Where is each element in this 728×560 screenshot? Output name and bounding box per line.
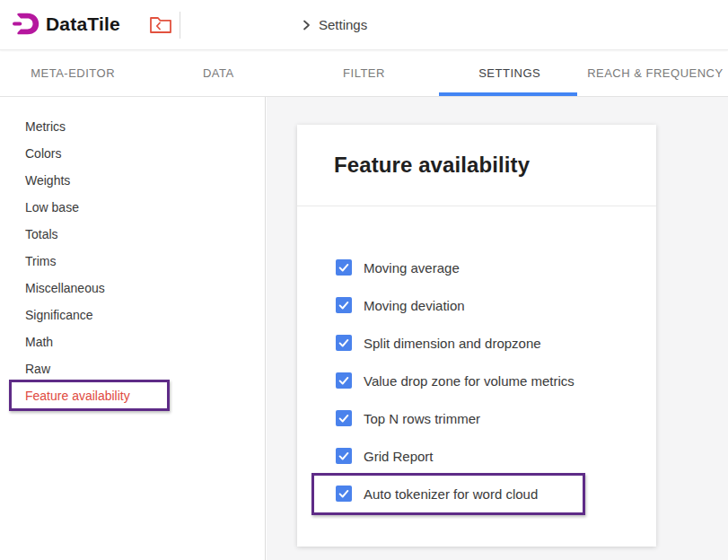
- sidebar-item-label: Low base: [25, 200, 79, 214]
- checkbox-row-top-n-rows: Top N rows trimmer: [297, 399, 656, 437]
- tab-label: FILTER: [343, 66, 385, 80]
- checkbox-label[interactable]: Moving average: [364, 260, 460, 276]
- card-header: Feature availability: [297, 125, 656, 206]
- tab-label: DATA: [203, 66, 234, 80]
- datatile-logo-icon: [13, 12, 39, 36]
- breadcrumb-label: Settings: [319, 17, 367, 32]
- checkbox-checked-icon[interactable]: [336, 410, 352, 426]
- sidebar-item-label: Significance: [25, 308, 93, 322]
- breadcrumb[interactable]: Settings: [303, 0, 367, 49]
- tab-settings[interactable]: SETTINGS: [437, 50, 583, 96]
- sidebar-item-label: Raw: [25, 362, 50, 376]
- checkbox-label[interactable]: Top N rows trimmer: [364, 411, 480, 426]
- checkbox-checked-icon[interactable]: [336, 259, 352, 276]
- checkbox-row-value-drop-zone: Value drop zone for volume metrics: [297, 362, 656, 399]
- feature-availability-card: Feature availability Moving average Movi: [297, 125, 656, 547]
- sidebar-item-metrics[interactable]: Metrics: [0, 113, 265, 140]
- sidebar-item-label: Math: [25, 335, 53, 349]
- sidebar-item-label: Metrics: [25, 119, 66, 134]
- tab-reach-frequency[interactable]: REACH & FREQUENCY: [583, 50, 728, 96]
- checkbox-label[interactable]: Auto tokenizer for word cloud: [364, 486, 538, 502]
- sidebar-item-raw[interactable]: Raw: [0, 355, 265, 382]
- sidebar-item-low-base[interactable]: Low base: [0, 194, 265, 221]
- sidebar-item-math[interactable]: Math: [0, 328, 265, 355]
- sidebar-item-totals[interactable]: Totals: [0, 221, 265, 248]
- datatile-logo[interactable]: DataTile: [13, 12, 120, 36]
- app-window: DataTile Settings META-EDITOR DATA: [0, 0, 728, 560]
- sidebar-item-label: Feature availability: [25, 389, 130, 403]
- card-title: Feature availability: [334, 153, 530, 177]
- sidebar-item-trims[interactable]: Trims: [0, 248, 265, 275]
- settings-sidebar: Metrics Colors Weights Low base Totals T…: [0, 97, 266, 560]
- checkbox-checked-icon[interactable]: [336, 335, 352, 351]
- checkbox-label[interactable]: Split dimension and dropzone: [364, 336, 541, 351]
- checkbox-label[interactable]: Moving deviation: [364, 298, 465, 313]
- chevron-right-icon: [303, 20, 311, 31]
- sidebar-item-significance[interactable]: Significance: [0, 302, 265, 328]
- sidebar-item-label: Trims: [25, 254, 56, 268]
- tab-filter[interactable]: FILTER: [291, 50, 436, 96]
- header-divider: [180, 12, 180, 39]
- sidebar-item-miscellaneous[interactable]: Miscellaneous: [0, 275, 265, 302]
- tab-bar: META-EDITOR DATA FILTER SETTINGS REACH &…: [0, 50, 728, 97]
- main-panel: Feature availability Moving average Movi: [267, 97, 728, 560]
- tab-label: SETTINGS: [478, 66, 540, 80]
- content-area: Metrics Colors Weights Low base Totals T…: [0, 97, 728, 560]
- checkbox-checked-icon[interactable]: [336, 486, 352, 502]
- sidebar-item-colors[interactable]: Colors: [0, 140, 265, 167]
- collapse-folder-icon[interactable]: [149, 14, 172, 36]
- tab-label: META-EDITOR: [31, 66, 115, 80]
- active-tab-underline: [439, 92, 577, 96]
- sidebar-item-label: Weights: [25, 173, 70, 188]
- checkbox-row-grid-report: Grid Report: [297, 437, 656, 475]
- tab-data[interactable]: DATA: [145, 50, 291, 96]
- checkbox-checked-icon[interactable]: [336, 372, 352, 389]
- checkbox-row-moving-average: Moving average: [297, 249, 656, 286]
- tab-label: REACH & FREQUENCY: [587, 66, 724, 80]
- top-header: DataTile Settings: [0, 0, 728, 50]
- datatile-logo-text: DataTile: [46, 13, 120, 35]
- sidebar-item-label: Colors: [25, 146, 61, 161]
- sidebar-item-feature-availability[interactable]: Feature availability: [0, 382, 265, 409]
- sidebar-item-weights[interactable]: Weights: [0, 167, 265, 194]
- checkbox-row-moving-deviation: Moving deviation: [297, 286, 656, 324]
- feature-checkbox-list: Moving average Moving deviation Split di…: [297, 206, 656, 512]
- checkbox-checked-icon[interactable]: [336, 297, 352, 313]
- checkbox-checked-icon[interactable]: [336, 448, 352, 464]
- checkbox-row-split-dimension: Split dimension and dropzone: [297, 324, 656, 362]
- checkbox-label[interactable]: Value drop zone for volume metrics: [364, 373, 575, 389]
- sidebar-item-label: Totals: [25, 227, 58, 241]
- checkbox-row-auto-tokenizer: Auto tokenizer for word cloud: [297, 475, 656, 512]
- checkbox-label[interactable]: Grid Report: [364, 449, 434, 464]
- tab-meta-editor[interactable]: META-EDITOR: [0, 50, 145, 96]
- sidebar-item-label: Miscellaneous: [25, 281, 105, 295]
